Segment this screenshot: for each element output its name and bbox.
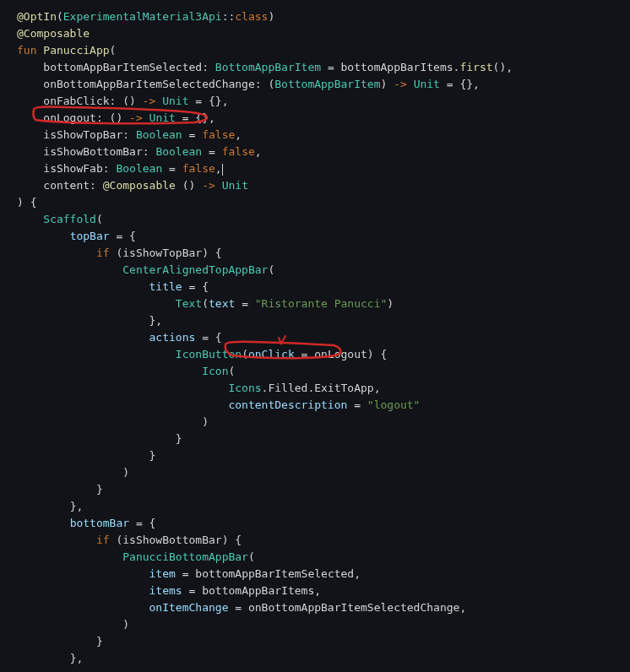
param-onlogout: onLogout [43, 111, 96, 124]
code-editor[interactable]: @OptIn(ExperimentalMaterial3Api::class) … [17, 8, 613, 667]
function-name: PanucciApp [43, 44, 109, 57]
param: bottomAppBarItemSelected [43, 61, 202, 73]
annotation: @OptIn [17, 10, 57, 23]
param: onFabClick [43, 95, 109, 107]
param: isShowTopBar [43, 128, 122, 141]
annotation: @Composable [17, 27, 90, 40]
param: content [43, 179, 90, 192]
scaffold-call: Scaffold [43, 213, 96, 225]
param: isShowBottomBar [43, 145, 142, 158]
keyword-fun: fun [17, 44, 36, 57]
param: onBottomAppBarItemSelectedChange [43, 78, 254, 90]
text-cursor [222, 164, 223, 176]
onclick-arg: onClick [248, 348, 295, 360]
onlogout-ref: onLogout [314, 348, 367, 360]
param: isShowFab [43, 162, 102, 175]
